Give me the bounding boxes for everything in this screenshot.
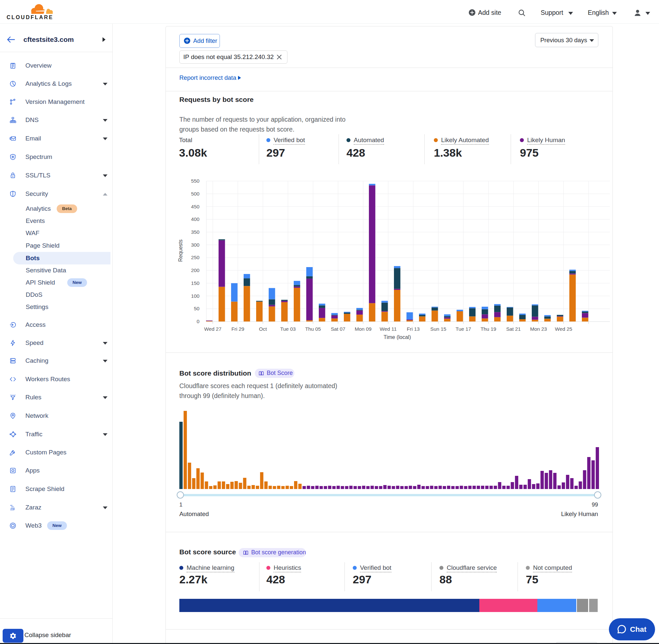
svg-text:Time (local): Time (local) [384,335,411,340]
svg-text:Wed 25: Wed 25 [555,326,572,332]
svg-text:Tue 03: Tue 03 [280,326,296,332]
svg-text:Tue 17: Tue 17 [455,326,471,332]
svg-text:450: 450 [191,204,199,209]
svg-text:99: 99 [592,502,598,508]
svg-text:300: 300 [191,242,199,248]
svg-text:150: 150 [191,280,199,286]
svg-text:Likely Human: Likely Human [561,510,598,518]
svg-text:500: 500 [191,191,199,197]
svg-text:Thu 19: Thu 19 [481,326,496,332]
svg-text:400: 400 [191,216,199,222]
svg-text:Sat 21: Sat 21 [506,326,521,332]
svg-text:Requests: Requests [178,239,183,262]
svg-text:Mon 23: Mon 23 [530,326,547,332]
svg-text:Wed 27: Wed 27 [204,326,221,332]
svg-text:Thu 05: Thu 05 [305,326,321,332]
svg-text:Automated: Automated [179,510,209,518]
svg-text:Oct: Oct [259,326,267,332]
svg-text:Fri 13: Fri 13 [407,326,420,332]
svg-text:Sun 15: Sun 15 [430,326,446,332]
svg-text:Sat 07: Sat 07 [331,326,345,332]
svg-text:50: 50 [194,306,199,311]
svg-text:250: 250 [191,255,199,260]
svg-text:Mon 09: Mon 09 [355,326,372,332]
svg-text:0: 0 [196,319,199,324]
svg-text:Fri 29: Fri 29 [231,326,244,332]
svg-text:550: 550 [191,178,199,184]
svg-text:350: 350 [191,229,199,235]
svg-text:Wed 11: Wed 11 [380,326,397,332]
svg-text:1: 1 [179,502,182,508]
svg-text:200: 200 [191,268,199,273]
svg-text:100: 100 [191,293,199,299]
